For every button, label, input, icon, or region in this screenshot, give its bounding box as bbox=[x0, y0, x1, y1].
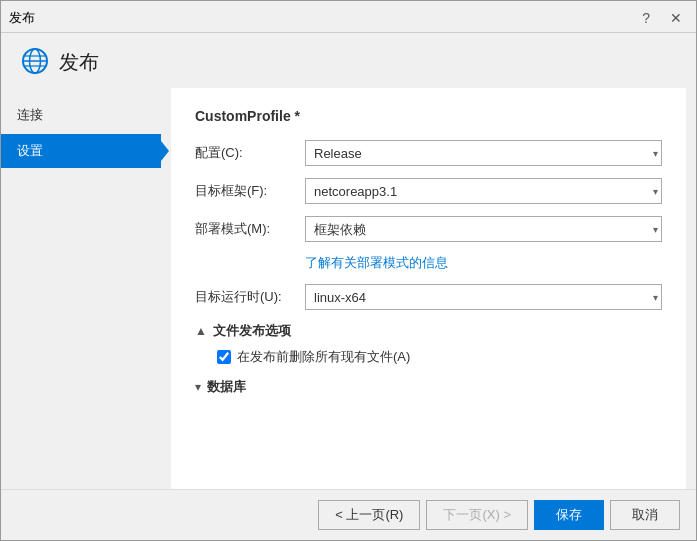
database-title: 数据库 bbox=[207, 378, 246, 396]
sidebar-item-connection[interactable]: 连接 bbox=[1, 98, 161, 132]
sidebar-item-settings[interactable]: 设置 bbox=[1, 134, 161, 168]
main-panel: CustomProfile * 配置(C): Release Debug ▾ 目… bbox=[171, 88, 686, 489]
file-publish-section-header[interactable]: ▲ 文件发布选项 bbox=[195, 322, 662, 340]
framework-label: 目标框架(F): bbox=[195, 182, 305, 200]
deploy-mode-select[interactable]: 框架依赖 独立 bbox=[305, 216, 662, 242]
deploy-mode-row: 部署模式(M): 框架依赖 独立 ▾ bbox=[195, 216, 662, 242]
page-title: 发布 bbox=[59, 49, 99, 76]
delete-files-checkbox[interactable] bbox=[217, 350, 231, 364]
config-select-wrap: Release Debug ▾ bbox=[305, 140, 662, 166]
config-row: 配置(C): Release Debug ▾ bbox=[195, 140, 662, 166]
deploy-mode-link[interactable]: 了解有关部署模式的信息 bbox=[305, 255, 448, 270]
file-publish-chevron-up-icon: ▲ bbox=[195, 324, 207, 338]
framework-row: 目标框架(F): netcoreapp3.1 ▾ bbox=[195, 178, 662, 204]
next-button[interactable]: 下一页(X) > bbox=[426, 500, 528, 530]
title-bar-right: ? ✕ bbox=[636, 8, 688, 28]
framework-select[interactable]: netcoreapp3.1 bbox=[305, 178, 662, 204]
framework-select-wrap: netcoreapp3.1 ▾ bbox=[305, 178, 662, 204]
footer: < 上一页(R) 下一页(X) > 保存 取消 bbox=[1, 489, 696, 540]
window-title: 发布 bbox=[9, 9, 35, 27]
deploy-mode-label: 部署模式(M): bbox=[195, 220, 305, 238]
deploy-mode-link-row: 了解有关部署模式的信息 bbox=[305, 254, 662, 272]
database-chevron-down-icon: ▾ bbox=[195, 380, 201, 394]
profile-title: CustomProfile * bbox=[195, 108, 662, 124]
title-bar-left: 发布 bbox=[9, 9, 35, 27]
cancel-button[interactable]: 取消 bbox=[610, 500, 680, 530]
help-button[interactable]: ? bbox=[636, 8, 656, 28]
delete-files-label[interactable]: 在发布前删除所有现有文件(A) bbox=[237, 348, 410, 366]
title-bar: 发布 ? ✕ bbox=[1, 1, 696, 33]
save-button[interactable]: 保存 bbox=[534, 500, 604, 530]
content-area: 连接 设置 CustomProfile * 配置(C): Release Deb… bbox=[1, 88, 696, 489]
sidebar: 连接 设置 bbox=[1, 88, 161, 489]
database-section-header[interactable]: ▾ 数据库 bbox=[195, 378, 662, 396]
config-label: 配置(C): bbox=[195, 144, 305, 162]
publish-window: 发布 ? ✕ 发布 连接 设置 bbox=[0, 0, 697, 541]
runtime-select[interactable]: linux-x64 win-x64 osx-x64 bbox=[305, 284, 662, 310]
runtime-label: 目标运行时(U): bbox=[195, 288, 305, 306]
runtime-select-wrap: linux-x64 win-x64 osx-x64 ▾ bbox=[305, 284, 662, 310]
file-publish-title: 文件发布选项 bbox=[213, 322, 291, 340]
config-select[interactable]: Release Debug bbox=[305, 140, 662, 166]
globe-icon bbox=[21, 47, 49, 78]
window-header: 发布 bbox=[1, 33, 696, 88]
runtime-row: 目标运行时(U): linux-x64 win-x64 osx-x64 ▾ bbox=[195, 284, 662, 310]
deploy-mode-select-wrap: 框架依赖 独立 ▾ bbox=[305, 216, 662, 242]
close-button[interactable]: ✕ bbox=[664, 8, 688, 28]
prev-button[interactable]: < 上一页(R) bbox=[318, 500, 420, 530]
file-publish-content: 在发布前删除所有现有文件(A) bbox=[217, 348, 662, 366]
delete-files-checkbox-row: 在发布前删除所有现有文件(A) bbox=[217, 348, 662, 366]
